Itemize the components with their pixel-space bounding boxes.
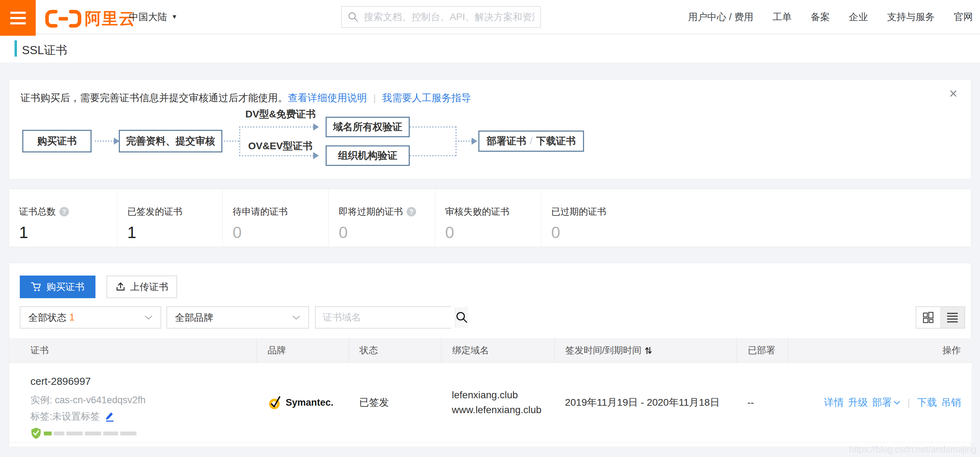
shield-check-icon <box>30 427 42 439</box>
flow-branch-line <box>239 126 240 156</box>
status-filter-count: 1 <box>69 312 75 323</box>
stat-value: 0 <box>551 223 971 242</box>
watermark: https://blog.csdn.net/andamajing <box>849 444 977 454</box>
flow-merge-top <box>410 126 456 128</box>
ssl-certificate-console: 阿里云 中国大陆 ▼ 用户中心 / 费用 工单 备案 企业 支持与服务 官网 <box>0 0 980 457</box>
global-search <box>341 6 541 28</box>
progress-segment <box>67 432 83 435</box>
brand-filter-select[interactable]: 全部品牌 <box>167 306 309 329</box>
domain-primary: lefenxiang.club <box>452 388 542 403</box>
list-view-button[interactable] <box>940 307 965 328</box>
edit-tag-button[interactable] <box>105 411 115 422</box>
flow-step-org-verify: 组织机构验证 <box>326 145 410 166</box>
col-validity-label: 签发时间/到期时间 <box>565 344 641 357</box>
close-icon[interactable]: × <box>949 86 958 100</box>
stat-value: 1 <box>19 223 117 242</box>
sort-icon[interactable] <box>644 346 652 355</box>
progress-segment <box>120 432 137 435</box>
flow-step-submit: 完善资料、提交审核 <box>119 130 223 153</box>
status-cell: 已签发 <box>348 363 441 442</box>
action-revoke[interactable]: 吊销 <box>941 396 961 409</box>
action-upgrade[interactable]: 升级 <box>848 396 868 409</box>
pencil-icon <box>105 411 115 422</box>
nav-enterprise[interactable]: 企业 <box>849 11 868 23</box>
nav-user-center[interactable]: 用户中心 / 费用 <box>688 11 753 23</box>
page-title: SSL证书 <box>22 43 67 58</box>
action-deploy[interactable]: 部署 <box>872 396 900 409</box>
region-selector[interactable]: 中国大陆 ▼ <box>129 0 178 34</box>
nav-official-site[interactable]: 官网 <box>954 11 973 23</box>
top-bar: 阿里云 中国大陆 ▼ 用户中心 / 费用 工单 备案 企业 支持与服务 官网 <box>0 0 980 34</box>
global-search-input[interactable] <box>364 12 535 22</box>
help-icon[interactable]: ? <box>59 207 69 217</box>
stat-label: 即将过期的证书 <box>339 205 403 218</box>
flow-deploy-divider: / <box>530 135 533 147</box>
certificate-name: cert-2896997 <box>30 376 257 387</box>
banner-link-docs[interactable]: 查看详细使用说明 <box>288 91 367 105</box>
progress-segment-done <box>44 432 52 435</box>
actions-divider: | <box>907 397 910 408</box>
nav-tickets[interactable]: 工单 <box>773 11 792 23</box>
menu-button[interactable] <box>0 0 36 36</box>
stat-value: 1 <box>127 223 223 242</box>
flow-connector <box>95 140 115 142</box>
validity-cell: 2019年11月19日 - 2020年11月18日 <box>554 363 737 442</box>
banner-message: 证书购买后，需要完善证书信息并提交审核通过后才能使用。 <box>21 91 288 105</box>
flow-connector <box>224 140 239 142</box>
progress-segment <box>103 432 118 435</box>
certificate-stats: 证书总数 ? 1 已签发的证书 1 待申请的证书 0 即将过期的证书 ? 0 审… <box>9 189 971 247</box>
card-view-button[interactable] <box>916 307 940 328</box>
certificate-cell: cert-2896997 实例: cas-cn-v641edqsv2fh 标签:… <box>9 363 257 442</box>
flow-step-domain-verify: 域名所有权验证 <box>326 117 410 137</box>
table-header: 证书 品牌 状态 绑定域名 签发时间/到期时间 已部署 操作 <box>9 338 972 363</box>
buy-button-label: 购买证书 <box>46 280 84 293</box>
action-download[interactable]: 下载 <box>917 396 937 409</box>
stat-expired: 已过期的证书 0 <box>541 189 971 247</box>
search-icon <box>347 11 359 22</box>
banner-link-help[interactable]: 我需要人工服务指导 <box>382 91 471 105</box>
upload-certificate-button[interactable]: 上传证书 <box>107 275 177 298</box>
flow-merge-bottom <box>410 155 456 156</box>
stat-failed: 审核失败的证书 0 <box>435 189 541 247</box>
progress-segment <box>85 432 101 435</box>
upload-icon <box>115 282 126 292</box>
chevron-down-icon <box>893 400 900 404</box>
buy-certificate-button[interactable]: 购买证书 <box>20 275 95 298</box>
nav-icp[interactable]: 备案 <box>811 11 830 23</box>
action-details[interactable]: 详情 <box>824 396 844 409</box>
flow-deploy-label: 部署证书 <box>487 134 527 148</box>
flow-branch-top <box>239 126 314 128</box>
view-toggle <box>916 306 965 329</box>
progress-segment <box>54 432 64 435</box>
domain-search-button[interactable] <box>455 307 468 328</box>
flow-download-label: 下载证书 <box>536 134 576 148</box>
menu-icon <box>10 12 26 14</box>
list-view-icon <box>946 311 959 324</box>
aliyun-logo[interactable]: 阿里云 <box>45 8 136 30</box>
stat-value: 0 <box>445 223 541 242</box>
certificate-tag: 标签:未设置标签 <box>30 410 100 423</box>
caret-down-icon: ▼ <box>172 13 178 21</box>
flow-label-ov: OV&EV型证书 <box>248 139 312 153</box>
actions-cell: 详情 升级 部署 | 下载 吊销 <box>788 363 972 442</box>
col-validity: 签发时间/到期时间 <box>554 338 737 363</box>
nav-support[interactable]: 支持与服务 <box>887 11 935 23</box>
title-accent-bar <box>14 40 17 57</box>
stat-label: 待申请的证书 <box>232 205 288 218</box>
banner-link-divider: | <box>373 93 376 104</box>
domain-search-input[interactable] <box>316 307 455 328</box>
title-bar: SSL证书 <box>0 35 980 63</box>
flow-step-buy: 购买证书 <box>22 130 92 153</box>
col-deployed: 已部署 <box>737 338 788 363</box>
status-filter-select[interactable]: 全部状态 1 <box>20 306 161 329</box>
upload-button-label: 上传证书 <box>130 280 168 293</box>
stat-issued: 已签发的证书 1 <box>117 189 223 247</box>
flow-arrow-icon <box>313 123 319 131</box>
logo-text: 阿里云 <box>85 8 136 30</box>
stat-pending: 待申请的证书 0 <box>223 189 328 247</box>
flow-label-dv: DV型&免费证书 <box>245 108 316 121</box>
flow-branch-bottom <box>239 155 314 156</box>
stat-label: 已过期的证书 <box>551 205 606 218</box>
flow-connector <box>455 140 473 142</box>
help-icon[interactable]: ? <box>407 207 416 217</box>
